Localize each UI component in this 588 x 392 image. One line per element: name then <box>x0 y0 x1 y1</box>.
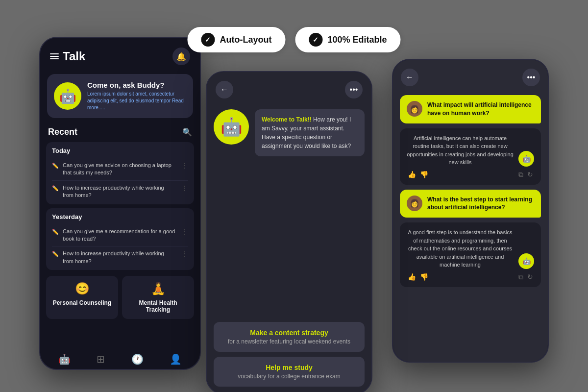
ai-resp-text-1: Artificial intelligence can help automat… <box>407 134 514 167</box>
menu-icon[interactable] <box>50 53 59 59</box>
ai-actions-1: 👍 👎 ⧉ ↻ <box>407 171 534 179</box>
edit-icon: ✏️ <box>52 229 59 235</box>
phone3-chat-area: 👩 What impact will artificial intelligen… <box>393 92 548 362</box>
robot-avatar-large: 🤖 <box>214 109 249 145</box>
suggestion-2-title: Help me study <box>221 364 357 371</box>
check-icon: ✓ <box>201 33 215 47</box>
list-item[interactable]: ✏️ Can you give me a recommendation for … <box>52 224 188 247</box>
list-item-text: How to increase productivity while worki… <box>63 250 175 265</box>
list-item-text: How to increase productivity while worki… <box>63 184 175 199</box>
suggestion-1-sub: for a newsletter featuring local weekend… <box>221 338 357 345</box>
suggestion-2-sub: vocabulary for a college entrance exam <box>221 373 357 380</box>
badge-container: ✓ Auto-Layout ✓ 100% Editable <box>187 27 400 52</box>
search-button[interactable]: 🔍 <box>182 127 192 137</box>
yesterday-section: Yesterday ✏️ Can you give me a recommend… <box>46 208 194 270</box>
refresh-icon[interactable]: ↻ <box>527 171 533 179</box>
suggestion-1-title: Make a content strategy <box>221 329 357 337</box>
phone1-header: Talk 🔔 <box>40 38 200 70</box>
mental-health-label: Mental Health Tracking <box>127 299 189 313</box>
phone1-header-left: Talk <box>50 49 85 63</box>
phone-1: Talk 🔔 🤖 Come on, ask Buddy? Lorem ipsum… <box>39 37 201 370</box>
counseling-label: Personal Counseling <box>53 299 111 306</box>
suggestion-1-button[interactable]: Make a content strategy for a newsletter… <box>214 322 365 352</box>
personal-counseling-card[interactable]: 😊 Personal Counseling <box>46 276 118 319</box>
list-item[interactable]: ✏️ How to increase productivity while wo… <box>52 181 188 199</box>
recent-title: Recent <box>48 127 77 137</box>
ai-feedback-group: 👍 👎 <box>408 171 428 178</box>
ai-greeting-bubble: Welcome to Talk!! How are you! I am Savv… <box>255 109 365 156</box>
ai-actions-2: 👍 👎 ⧉ ↻ <box>407 273 534 281</box>
more-button[interactable]: ••• <box>345 81 363 98</box>
user-message-2: 👩 What is the best step to start learnin… <box>400 190 541 218</box>
ai-response-1: Artificial intelligence can help automat… <box>400 128 541 185</box>
suggestion-2-button[interactable]: Help me study vocabulary for a college e… <box>214 357 365 387</box>
thumbs-up-icon-2[interactable]: 👍 <box>408 273 416 281</box>
copy-icon[interactable]: ⧉ <box>518 171 523 179</box>
back-button-3[interactable]: ← <box>401 69 418 86</box>
nav-profile-icon[interactable]: 👤 <box>170 353 182 365</box>
list-item-text: Can you give me advice on choosing a lap… <box>63 162 175 177</box>
nav-clock-icon[interactable]: 🕐 <box>131 353 144 365</box>
more-options-button[interactable]: ⋮ <box>179 228 188 236</box>
auto-layout-label: Auto-Layout <box>220 35 271 45</box>
user-avatar-2: 👩 <box>407 196 422 211</box>
recent-header: Recent 🔍 <box>40 122 200 140</box>
thumbs-up-icon[interactable]: 👍 <box>408 171 416 178</box>
phone-2: ← ••• 🤖 Welcome to Talk!! How are you! I… <box>206 71 372 392</box>
check-icon-2: ✓ <box>309 33 322 47</box>
mental-health-card[interactable]: 🧘 Mental Health Tracking <box>122 276 194 319</box>
list-item[interactable]: ✏️ Can you give me advice on choosing a … <box>52 158 188 181</box>
bottom-nav: 🤖 ⊞ 🕐 👤 <box>40 347 200 369</box>
more-button-3[interactable]: ••• <box>522 69 540 86</box>
ai-copy-group-2: ⧉ ↻ <box>518 273 533 281</box>
robot-avatar: 🤖 <box>54 82 81 110</box>
banner-heading: Come on, ask Buddy? <box>87 81 186 89</box>
greeting-highlight: Welcome to Talk!! <box>262 116 312 123</box>
ai-feedback-group-2: 👍 👎 <box>408 273 428 281</box>
edit-icon: ✏️ <box>52 163 59 169</box>
editable-badge: ✓ 100% Editable <box>295 27 400 52</box>
thumbs-down-icon[interactable]: 👎 <box>420 171 428 178</box>
list-item-text: Can you give me a recommendation for a g… <box>63 228 175 243</box>
back-button[interactable]: ← <box>216 81 233 98</box>
more-options-button[interactable]: ⋮ <box>179 162 188 170</box>
today-section: Today ✏️ Can you give me advice on choos… <box>46 142 194 204</box>
mental-health-icon: 🧘 <box>151 282 166 295</box>
editable-label: 100% Editable <box>327 35 387 45</box>
user-avatar: 👩 <box>407 101 422 117</box>
phone-3: ← ••• 👩 What impact will artificial inte… <box>392 59 549 363</box>
refresh-icon-2[interactable]: ↻ <box>527 273 533 281</box>
nav-grid-icon[interactable]: ⊞ <box>97 353 105 365</box>
ai-resp-text-2: A good first step is to understand the b… <box>407 228 514 269</box>
today-label: Today <box>52 147 188 154</box>
edit-icon: ✏️ <box>52 185 59 192</box>
more-options-button[interactable]: ⋮ <box>179 250 188 258</box>
banner-body: Lorem ipsum dolor sit amet, consectetur … <box>87 91 186 111</box>
ai-copy-group: ⧉ ↻ <box>518 171 533 179</box>
ai-response-2: A good first step is to understand the b… <box>400 222 541 287</box>
ai-avatar-sm: 🤖 <box>518 151 534 167</box>
edit-icon: ✏️ <box>52 251 59 257</box>
nav-home-icon[interactable]: 🤖 <box>58 353 71 365</box>
auto-layout-badge: ✓ Auto-Layout <box>187 27 285 52</box>
user-msg-text-2: What is the best step to start learning … <box>427 196 534 212</box>
banner: 🤖 Come on, ask Buddy? Lorem ipsum dolor … <box>47 74 193 118</box>
phone2-chat-area: 🤖 Welcome to Talk!! How are you! I am Sa… <box>207 104 371 318</box>
counseling-icon: 😊 <box>75 282 90 295</box>
more-options-button[interactable]: ⋮ <box>179 184 188 192</box>
ai-greeting: 🤖 Welcome to Talk!! How are you! I am Sa… <box>214 109 365 156</box>
category-cards: 😊 Personal Counseling 🧘 Mental Health Tr… <box>46 276 194 319</box>
user-message-1: 👩 What impact will artificial intelligen… <box>400 95 541 123</box>
phone3-header: ← ••• <box>393 60 548 92</box>
copy-icon-2[interactable]: ⧉ <box>518 273 523 281</box>
phone2-header: ← ••• <box>207 72 371 104</box>
yesterday-label: Yesterday <box>52 213 188 220</box>
ai-avatar-sm-2: 🤖 <box>518 253 534 269</box>
suggestions: Make a content strategy for a newsletter… <box>207 318 371 392</box>
list-item[interactable]: ✏️ How to increase productivity while wo… <box>52 246 188 265</box>
thumbs-down-icon-2[interactable]: 👎 <box>420 273 428 281</box>
user-msg-text-1: What impact will artificial intelligence… <box>427 101 534 118</box>
banner-text: Come on, ask Buddy? Lorem ipsum dolor si… <box>87 81 186 111</box>
app-title: Talk <box>63 49 85 63</box>
